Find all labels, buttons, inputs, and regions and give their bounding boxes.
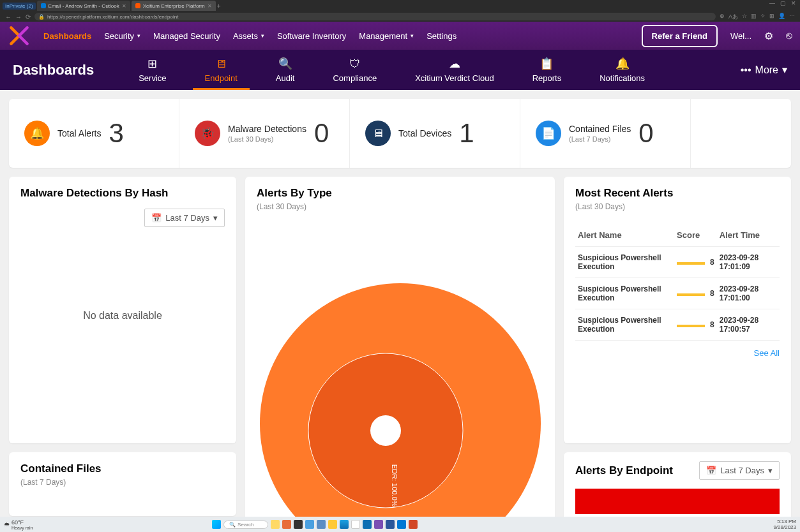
sub-nav: Dashboards ⊞Service 🖥Endpoint 🔍Audit 🛡Co… bbox=[0, 50, 800, 90]
taskbar-app-icon[interactable] bbox=[374, 520, 383, 529]
score-bar bbox=[677, 293, 705, 296]
stat-total-alerts[interactable]: 🔔 Total Alerts 3 bbox=[9, 99, 179, 168]
th-alert-name[interactable]: Alert Name bbox=[575, 224, 674, 247]
compliance-icon: 🛡 bbox=[349, 57, 361, 71]
th-alert-time[interactable]: Alert Time bbox=[717, 224, 780, 247]
panel-title: Alerts By Type bbox=[245, 177, 555, 202]
forward-button[interactable]: → bbox=[15, 13, 22, 20]
panel-subtitle: (Last 7 Days) bbox=[9, 478, 236, 493]
stat-label: Total Devices bbox=[398, 128, 451, 138]
score-bar bbox=[677, 325, 705, 327]
new-tab-button[interactable]: + bbox=[217, 3, 221, 10]
taskbar-app-icon[interactable] bbox=[305, 520, 314, 529]
tab-endpoint[interactable]: 🖥Endpoint bbox=[186, 50, 257, 90]
taskbar-app-icon[interactable] bbox=[409, 520, 418, 529]
tab-service[interactable]: ⊞Service bbox=[119, 50, 185, 90]
collections-icon[interactable]: ✧ bbox=[760, 13, 766, 21]
table-row[interactable]: Suspicious Powershell Execution 8 2023-0… bbox=[575, 247, 780, 278]
zoom-icon[interactable]: ⊕ bbox=[720, 13, 725, 21]
favorite-icon[interactable]: ☆ bbox=[742, 13, 747, 21]
date-range-dropdown[interactable]: 📅 Last 7 Days ▾ bbox=[699, 461, 780, 480]
extensions-icon[interactable]: ⊞ bbox=[769, 13, 774, 21]
see-all-link[interactable]: See All bbox=[575, 341, 780, 366]
taskbar-app-icon[interactable] bbox=[271, 520, 280, 529]
nav-assets[interactable]: Assets▾ bbox=[233, 31, 264, 41]
taskbar-app-icon[interactable] bbox=[317, 520, 326, 529]
panel-alerts-by-type: Alerts By Type (Last 30 Days) EDR: 100.0… bbox=[245, 177, 555, 517]
taskbar-app-icon[interactable] bbox=[340, 520, 349, 529]
back-button[interactable]: ← bbox=[5, 13, 11, 20]
table-row[interactable]: Suspicious Powershell Execution 8 2023-0… bbox=[575, 278, 780, 309]
weather-icon: 🌧 bbox=[4, 521, 10, 528]
nav-managed-security[interactable]: Managed Security bbox=[153, 31, 220, 41]
stat-contained-files[interactable]: 📄 Contained Files(Last 7 Days) 0 bbox=[520, 99, 691, 168]
stats-row: 🔔 Total Alerts 3 🐞 Malware Detections(La… bbox=[9, 99, 791, 168]
tab-notifications[interactable]: 🔔Notifications bbox=[580, 50, 664, 90]
taskbar-app-icon[interactable] bbox=[397, 520, 406, 529]
bug-icon: 🐞 bbox=[195, 121, 220, 146]
chevron-down-icon: ▾ bbox=[137, 33, 140, 39]
start-button[interactable] bbox=[212, 520, 221, 529]
refer-friend-button[interactable]: Refer a Friend bbox=[642, 25, 718, 47]
gear-icon[interactable]: ⚙ bbox=[764, 30, 773, 42]
taskbar-app-icon[interactable] bbox=[363, 520, 372, 529]
nav-settings[interactable]: Settings bbox=[426, 31, 457, 41]
tab-label: Xcitium Enterprise Platform bbox=[143, 3, 205, 9]
endpoint-bar-chart bbox=[575, 489, 780, 514]
stat-value: 0 bbox=[638, 118, 653, 149]
nav-dashboards[interactable]: Dashboards bbox=[43, 31, 91, 41]
tab-audit[interactable]: 🔍Audit bbox=[257, 50, 314, 90]
panel-contained-files: Contained Files (Last 7 Days) bbox=[9, 452, 236, 516]
file-icon: 📄 bbox=[536, 121, 561, 146]
taskbar-app-icon[interactable] bbox=[386, 520, 395, 529]
stat-malware-detections[interactable]: 🐞 Malware Detections(Last 30 Days) 0 bbox=[179, 99, 350, 168]
taskbar-weather[interactable]: 🌧 60°F Heavy rain bbox=[4, 519, 33, 530]
refresh-button[interactable]: ⟳ bbox=[26, 13, 31, 20]
close-tab-icon[interactable]: ✕ bbox=[122, 3, 126, 9]
nav-security[interactable]: Security▾ bbox=[104, 31, 140, 41]
tab-reports[interactable]: 📋Reports bbox=[513, 50, 581, 90]
browser-tab[interactable]: Xcitium Enterprise Platform ✕ bbox=[132, 1, 216, 11]
read-aloud-icon[interactable]: Aあ bbox=[728, 13, 738, 21]
panels-row: Malware Detections By Hash 📅 Last 7 Days… bbox=[9, 177, 791, 517]
xcitium-logo-icon[interactable] bbox=[8, 24, 31, 47]
profile-icon[interactable]: 👤 bbox=[778, 13, 785, 21]
bell-icon: 🔔 bbox=[615, 57, 630, 71]
no-data-message: No data available bbox=[9, 233, 236, 398]
donut-chart: EDR: 100.0% bbox=[245, 218, 555, 517]
close-window-button[interactable]: ✕ bbox=[791, 0, 796, 6]
welcome-label: Wel... bbox=[730, 31, 751, 41]
system-tray[interactable]: 5:13 PM 9/28/2023 bbox=[773, 519, 796, 530]
nav-management[interactable]: Management▾ bbox=[359, 31, 414, 41]
nav-software-inventory[interactable]: Software Inventory bbox=[277, 31, 346, 41]
stat-total-devices[interactable]: 🖥 Total Devices 1 bbox=[350, 99, 520, 168]
taskbar-search[interactable]: 🔍Search bbox=[223, 521, 268, 529]
logout-icon[interactable]: ⎋ bbox=[786, 30, 792, 41]
th-score[interactable]: Score bbox=[674, 224, 717, 247]
chevron-down-icon: ▾ bbox=[782, 64, 787, 76]
audit-icon: 🔍 bbox=[278, 57, 292, 71]
panel-malware-detections: Malware Detections By Hash 📅 Last 7 Days… bbox=[9, 177, 236, 443]
address-bar[interactable]: 🔒 https://openedr.platform.xcitium.com/d… bbox=[34, 13, 716, 20]
browser-tab[interactable]: Email - Andrew Smith - Outlook ✕ bbox=[37, 1, 130, 11]
date-range-dropdown[interactable]: 📅 Last 7 Days ▾ bbox=[144, 209, 225, 227]
tab-compliance[interactable]: 🛡Compliance bbox=[313, 50, 396, 90]
taskbar-app-icon[interactable] bbox=[351, 520, 360, 529]
more-tabs-button[interactable]: ••• More ▾ bbox=[741, 64, 787, 76]
maximize-button[interactable]: ▢ bbox=[780, 0, 786, 6]
minimize-button[interactable]: — bbox=[769, 0, 775, 6]
taskbar-app-icon[interactable] bbox=[282, 520, 291, 529]
tab-verdict-cloud[interactable]: ☁Xcitium Verdict Cloud bbox=[396, 50, 513, 90]
split-icon[interactable]: ▥ bbox=[751, 13, 757, 21]
close-tab-icon[interactable]: ✕ bbox=[208, 3, 212, 9]
cloud-icon: ☁ bbox=[449, 57, 460, 71]
taskbar-app-icon[interactable] bbox=[294, 520, 303, 529]
tab-label: Email - Andrew Smith - Outlook bbox=[49, 3, 119, 9]
panel-title: Malware Detections By Hash bbox=[9, 177, 236, 202]
svg-point-2 bbox=[370, 415, 401, 446]
menu-icon[interactable]: ⋯ bbox=[789, 13, 795, 21]
table-row[interactable]: Suspicious Powershell Execution 8 2023-0… bbox=[575, 309, 780, 341]
search-icon: 🔍 bbox=[229, 522, 236, 528]
stat-label: Total Alerts bbox=[57, 128, 101, 138]
taskbar-app-icon[interactable] bbox=[328, 520, 337, 529]
